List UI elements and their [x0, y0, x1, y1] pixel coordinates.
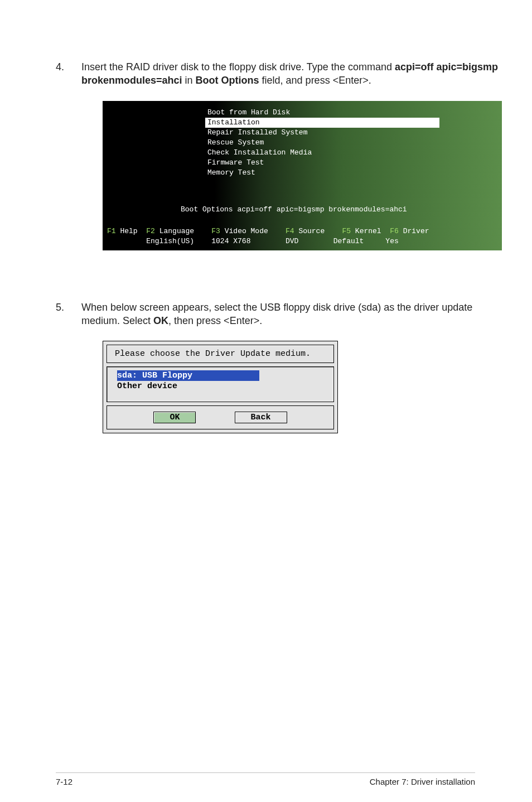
- text: When below screen appears, select the US…: [81, 302, 472, 326]
- fkey-bar: F1 Help F2 Language F3 Video Mode F4 Sou…: [107, 226, 497, 247]
- fkey-label: Driver: [403, 227, 429, 235]
- text: , then press <Enter>.: [168, 315, 262, 326]
- menu-item-selected[interactable]: Installation: [205, 118, 439, 128]
- fkey-label: Source: [298, 227, 325, 235]
- text: in: [182, 75, 196, 86]
- text-bold: Boot Options: [196, 75, 259, 86]
- menu-item[interactable]: Rescue System: [205, 138, 439, 148]
- fkey[interactable]: F2: [146, 227, 155, 235]
- dialog-title: Please choose the Driver Update medium.: [107, 345, 334, 363]
- fkey[interactable]: F3: [211, 227, 220, 235]
- step-number: 5.: [56, 301, 81, 434]
- menu-item[interactable]: Repair Installed System: [205, 128, 439, 138]
- fkey-value: English(US): [146, 237, 194, 245]
- boot-menu: Boot from Hard Disk Installation Repair …: [205, 108, 439, 178]
- fkey-value: 1024 X768: [211, 237, 250, 245]
- fkey-value: DVD: [286, 237, 298, 245]
- fkey-value: Default: [333, 237, 364, 245]
- step5-text: When below screen appears, select the US…: [81, 301, 475, 434]
- list-item[interactable]: Other device: [117, 381, 177, 391]
- ok-button[interactable]: OK: [153, 412, 196, 423]
- menu-item[interactable]: Firmware Test: [205, 158, 439, 168]
- fkey[interactable]: F5: [342, 227, 351, 235]
- fkey-label: Language: [159, 227, 194, 235]
- boot-screen: Boot from Hard Disk Installation Repair …: [103, 101, 502, 250]
- fkey[interactable]: F4: [286, 227, 294, 235]
- fkey-label: Video Mode: [225, 227, 268, 235]
- boot-options-line[interactable]: Boot Options acpi=off apic=bigsmp broken…: [181, 205, 407, 215]
- dialog-buttons: OK Back: [107, 405, 334, 429]
- text: field, and press <Enter>.: [259, 75, 371, 86]
- fkey-label: Help: [120, 227, 137, 235]
- chapter-label: Chapter 7: Driver installation: [370, 776, 475, 787]
- step-number: 4.: [56, 60, 81, 289]
- step4-text: Insert the RAID driver disk to the flopp…: [81, 60, 502, 289]
- menu-item[interactable]: Memory Test: [205, 168, 439, 178]
- fkey[interactable]: F6: [390, 227, 399, 235]
- page-number: 7-12: [56, 776, 72, 787]
- menu-item[interactable]: Check Installation Media: [205, 148, 439, 158]
- dialog-list: sda: USB Floppy Other device: [107, 366, 334, 402]
- text-bold: OK: [153, 315, 168, 326]
- fkey[interactable]: F1: [107, 227, 116, 235]
- text: Insert the RAID driver disk to the flopp…: [81, 61, 395, 73]
- page-footer: 7-12 Chapter 7: Driver installation: [56, 772, 475, 787]
- menu-item[interactable]: Boot from Hard Disk: [205, 108, 439, 118]
- back-button[interactable]: Back: [235, 412, 287, 423]
- list-item-selected[interactable]: sda: USB Floppy: [117, 370, 259, 381]
- fkey-value: Yes: [385, 237, 398, 245]
- driver-update-dialog: Please choose the Driver Update medium. …: [103, 341, 338, 433]
- fkey-label: Kernel: [355, 227, 381, 235]
